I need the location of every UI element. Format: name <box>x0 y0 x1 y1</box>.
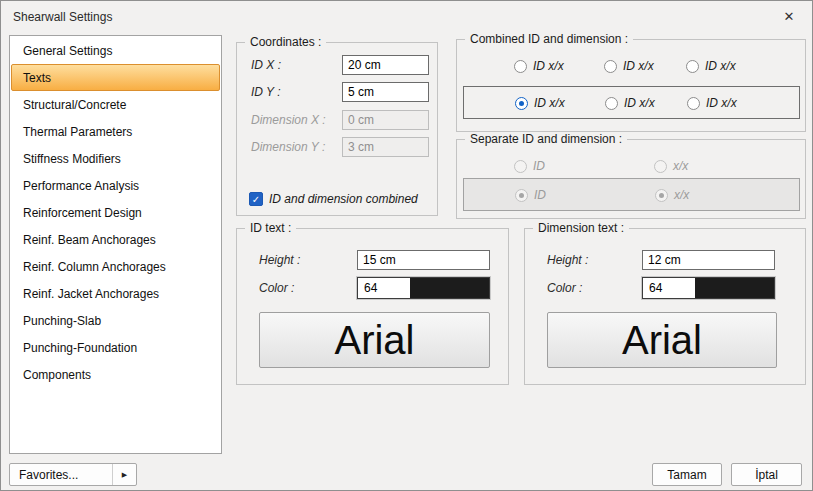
radio-label: x/x <box>673 159 688 173</box>
radio-label: ID x/x <box>706 96 737 110</box>
coordinates-group-title: Coordinates : <box>245 35 326 49</box>
favorites-flyout-arrow-icon: ▶ <box>112 464 136 485</box>
id-and-dimension-combined-checkbox[interactable]: ✓ ID and dimension combined <box>249 192 418 206</box>
shearwall-settings-dialog: Shearwall Settings ✕ General Settings Te… <box>0 0 813 491</box>
combined-style-radio-1[interactable]: ID x/x <box>514 59 564 73</box>
dimension-text-color-picker[interactable]: 64 <box>642 277 775 299</box>
separate-selected-row-frame: ID x/x <box>463 178 800 211</box>
dimension-text-height-label: Height : <box>547 253 588 267</box>
radio-disabled-icon <box>654 160 667 173</box>
radio-label: x/x <box>674 188 689 202</box>
color-index-value: 64 <box>358 278 410 298</box>
color-swatch <box>695 278 774 298</box>
id-x-label: ID X : <box>251 58 281 72</box>
color-swatch <box>410 278 489 298</box>
separate-id-radio-selected: ID <box>515 188 546 202</box>
sidebar-item-general-settings[interactable]: General Settings <box>11 37 220 64</box>
sidebar-item-reinf-jacket-anchorages[interactable]: Reinf. Jacket Anchorages <box>11 280 220 307</box>
separate-group-title: Separate ID and dimension : <box>465 132 627 146</box>
radio-label: ID <box>534 188 546 202</box>
id-text-font-button[interactable]: Arial <box>259 312 490 368</box>
id-x-input[interactable] <box>342 55 429 75</box>
sidebar-item-texts[interactable]: Texts <box>11 64 220 91</box>
ok-button[interactable]: Tamam <box>652 463 722 486</box>
sidebar-item-performance-analysis[interactable]: Performance Analysis <box>11 172 220 199</box>
id-text-height-input[interactable] <box>357 250 490 270</box>
sidebar-item-reinforcement-design[interactable]: Reinforcement Design <box>11 199 220 226</box>
radio-label: ID x/x <box>623 59 654 73</box>
window-title: Shearwall Settings <box>13 10 112 24</box>
radio-label: ID <box>533 159 545 173</box>
sidebar-item-thermal-parameters[interactable]: Thermal Parameters <box>11 118 220 145</box>
dimension-text-height-input[interactable] <box>642 250 775 270</box>
cancel-button[interactable]: İptal <box>731 463 802 486</box>
combined-group-title: Combined ID and dimension : <box>465 32 633 46</box>
coordinates-group: Coordinates : ID X : ID Y : Dimension X … <box>236 42 438 216</box>
radio-selected-icon <box>515 97 528 110</box>
radio-icon <box>686 60 699 73</box>
id-text-group-title: ID text : <box>245 221 296 235</box>
sidebar-item-structural-concrete[interactable]: Structural/Concrete <box>11 91 220 118</box>
dimension-text-color-label: Color : <box>547 281 582 295</box>
sidebar-item-reinf-beam-anchorages[interactable]: Reinf. Beam Anchorages <box>11 226 220 253</box>
id-text-color-label: Color : <box>259 281 294 295</box>
radio-label: ID x/x <box>705 59 736 73</box>
radio-label: ID x/x <box>533 59 564 73</box>
id-text-height-label: Height : <box>259 253 300 267</box>
id-y-input[interactable] <box>342 82 429 102</box>
checkbox-label: ID and dimension combined <box>269 192 418 206</box>
sidebar-item-punching-foundation[interactable]: Punching-Foundation <box>11 334 220 361</box>
combined-style-radio-3[interactable]: ID x/x <box>686 59 736 73</box>
id-text-color-picker[interactable]: 64 <box>357 277 490 299</box>
combined-selected-row-frame: ID x/x ID x/x ID x/x <box>463 86 800 119</box>
combined-style-radio-2[interactable]: ID x/x <box>604 59 654 73</box>
separate-xx-radio-selected: x/x <box>655 188 689 202</box>
radio-icon <box>687 97 700 110</box>
combined-id-dimension-group: Combined ID and dimension : ID x/x ID x/… <box>456 39 806 132</box>
dimension-x-input <box>342 110 429 130</box>
dimension-y-input <box>342 137 429 157</box>
dimension-x-label: Dimension X : <box>251 113 326 127</box>
radio-label: ID x/x <box>624 96 655 110</box>
titlebar[interactable]: Shearwall Settings ✕ <box>1 1 812 31</box>
radio-label: ID x/x <box>534 96 565 110</box>
separate-id-radio: ID <box>514 159 545 173</box>
combined-style-radio-4-selected[interactable]: ID x/x <box>515 96 565 110</box>
radio-icon <box>604 60 617 73</box>
favorites-label: Favorites... <box>10 468 112 482</box>
id-text-group: ID text : Height : Color : 64 Arial <box>236 228 509 385</box>
radio-icon <box>514 60 527 73</box>
separate-id-dimension-group: Separate ID and dimension : ID x/x ID x/… <box>456 139 806 219</box>
radio-icon <box>605 97 618 110</box>
radio-disabled-selected-icon <box>655 189 668 202</box>
settings-category-list: General Settings Texts Structural/Concre… <box>9 35 222 454</box>
favorites-button[interactable]: Favorites... ▶ <box>9 463 137 486</box>
dimension-text-font-button[interactable]: Arial <box>547 312 777 368</box>
combined-style-radio-5[interactable]: ID x/x <box>605 96 655 110</box>
dimension-text-group: Dimension text : Height : Color : 64 Ari… <box>524 228 806 385</box>
dimension-text-group-title: Dimension text : <box>533 221 629 235</box>
separate-xx-radio: x/x <box>654 159 688 173</box>
id-y-label: ID Y : <box>251 85 281 99</box>
color-index-value: 64 <box>643 278 695 298</box>
close-icon[interactable]: ✕ <box>772 1 806 31</box>
radio-disabled-selected-icon <box>515 189 528 202</box>
sidebar-item-reinf-column-anchorages[interactable]: Reinf. Column Anchorages <box>11 253 220 280</box>
checkbox-check-icon: ✓ <box>249 192 263 206</box>
sidebar-item-components[interactable]: Components <box>11 361 220 388</box>
dimension-y-label: Dimension Y : <box>251 140 325 154</box>
radio-disabled-icon <box>514 160 527 173</box>
sidebar-item-punching-slab[interactable]: Punching-Slab <box>11 307 220 334</box>
sidebar-item-stiffness-modifiers[interactable]: Stiffness Modifiers <box>11 145 220 172</box>
combined-style-radio-6[interactable]: ID x/x <box>687 96 737 110</box>
